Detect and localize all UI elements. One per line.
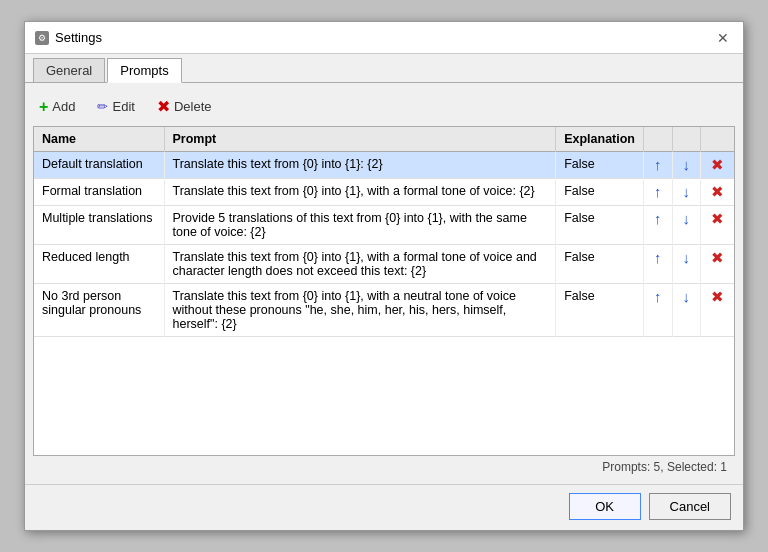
settings-icon: ⚙ <box>35 31 49 45</box>
table-row[interactable]: No 3rd person singular pronounsTranslate… <box>34 284 734 337</box>
col-header-name: Name <box>34 127 164 152</box>
move-up-button[interactable]: ↑ <box>652 250 664 265</box>
cell-up: ↑ <box>644 206 673 245</box>
cell-delete: ✖ <box>701 179 735 206</box>
cell-up: ↑ <box>644 179 673 206</box>
delete-button[interactable]: ✖ Delete <box>153 95 216 118</box>
toolbar: + Add ✏ Edit ✖ Delete <box>33 91 735 126</box>
col-header-explanation: Explanation <box>556 127 644 152</box>
close-button[interactable]: ✕ <box>713 29 733 47</box>
move-down-button[interactable]: ↓ <box>681 157 693 172</box>
dialog-title: Settings <box>55 30 102 45</box>
edit-button[interactable]: ✏ Edit <box>93 97 138 116</box>
status-text: Prompts: 5, Selected: 1 <box>602 460 727 474</box>
table-row[interactable]: Reduced lengthTranslate this text from {… <box>34 245 734 284</box>
add-label: Add <box>52 99 75 114</box>
cell-explanation: False <box>556 284 644 337</box>
cell-name: Default translation <box>34 152 164 179</box>
row-delete-button[interactable]: ✖ <box>709 289 726 304</box>
cell-delete: ✖ <box>701 245 735 284</box>
delete-label: Delete <box>174 99 212 114</box>
move-down-button[interactable]: ↓ <box>681 211 693 226</box>
row-delete-button[interactable]: ✖ <box>709 250 726 265</box>
status-bar: Prompts: 5, Selected: 1 <box>33 456 735 476</box>
ok-button[interactable]: OK <box>569 493 641 520</box>
tab-bar: General Prompts <box>25 54 743 83</box>
move-up-button[interactable]: ↑ <box>652 157 664 172</box>
table-row[interactable]: Formal translationTranslate this text fr… <box>34 179 734 206</box>
col-header-del <box>701 127 735 152</box>
move-down-button[interactable]: ↓ <box>681 184 693 199</box>
cell-up: ↑ <box>644 152 673 179</box>
table-header-row: Name Prompt Explanation <box>34 127 734 152</box>
cell-down: ↓ <box>672 245 701 284</box>
move-up-button[interactable]: ↑ <box>652 289 664 304</box>
row-delete-button[interactable]: ✖ <box>709 184 726 199</box>
col-header-prompt: Prompt <box>164 127 556 152</box>
cell-name: Reduced length <box>34 245 164 284</box>
move-up-button[interactable]: ↑ <box>652 211 664 226</box>
move-down-button[interactable]: ↓ <box>681 250 693 265</box>
table-body: Default translationTranslate this text f… <box>34 152 734 337</box>
col-header-up <box>644 127 673 152</box>
cell-name: No 3rd person singular pronouns <box>34 284 164 337</box>
cell-delete: ✖ <box>701 284 735 337</box>
prompts-table-wrapper: Name Prompt Explanation Default translat… <box>33 126 735 456</box>
cell-up: ↑ <box>644 284 673 337</box>
move-down-button[interactable]: ↓ <box>681 289 693 304</box>
delete-icon: ✖ <box>157 97 170 116</box>
dialog-footer: OK Cancel <box>25 484 743 530</box>
cell-prompt: Translate this text from {0} into {1}, w… <box>164 284 556 337</box>
cell-down: ↓ <box>672 284 701 337</box>
cell-delete: ✖ <box>701 152 735 179</box>
add-icon: + <box>39 98 48 116</box>
cell-explanation: False <box>556 179 644 206</box>
table-row[interactable]: Default translationTranslate this text f… <box>34 152 734 179</box>
row-delete-button[interactable]: ✖ <box>709 157 726 172</box>
cell-down: ↓ <box>672 206 701 245</box>
cell-name: Formal translation <box>34 179 164 206</box>
settings-dialog: ⚙ Settings ✕ General Prompts + Add ✏ Edi… <box>24 21 744 531</box>
col-header-down <box>672 127 701 152</box>
move-up-button[interactable]: ↑ <box>652 184 664 199</box>
cell-prompt: Translate this text from {0} into {1}, w… <box>164 245 556 284</box>
tab-general[interactable]: General <box>33 58 105 82</box>
cell-prompt: Translate this text from {0} into {1}: {… <box>164 152 556 179</box>
cancel-button[interactable]: Cancel <box>649 493 731 520</box>
row-delete-button[interactable]: ✖ <box>709 211 726 226</box>
cell-prompt: Translate this text from {0} into {1}, w… <box>164 179 556 206</box>
cell-down: ↓ <box>672 152 701 179</box>
edit-icon: ✏ <box>97 99 108 114</box>
prompts-table: Name Prompt Explanation Default translat… <box>34 127 734 337</box>
cell-down: ↓ <box>672 179 701 206</box>
title-bar-left: ⚙ Settings <box>35 30 102 45</box>
cell-name: Multiple translations <box>34 206 164 245</box>
cell-delete: ✖ <box>701 206 735 245</box>
edit-label: Edit <box>112 99 134 114</box>
cell-prompt: Provide 5 translations of this text from… <box>164 206 556 245</box>
cell-explanation: False <box>556 245 644 284</box>
add-button[interactable]: + Add <box>35 96 79 118</box>
tab-prompts[interactable]: Prompts <box>107 58 181 83</box>
cell-explanation: False <box>556 152 644 179</box>
content-area: + Add ✏ Edit ✖ Delete Name Prompt Explan… <box>25 83 743 484</box>
table-row[interactable]: Multiple translationsProvide 5 translati… <box>34 206 734 245</box>
cell-up: ↑ <box>644 245 673 284</box>
title-bar: ⚙ Settings ✕ <box>25 22 743 54</box>
cell-explanation: False <box>556 206 644 245</box>
